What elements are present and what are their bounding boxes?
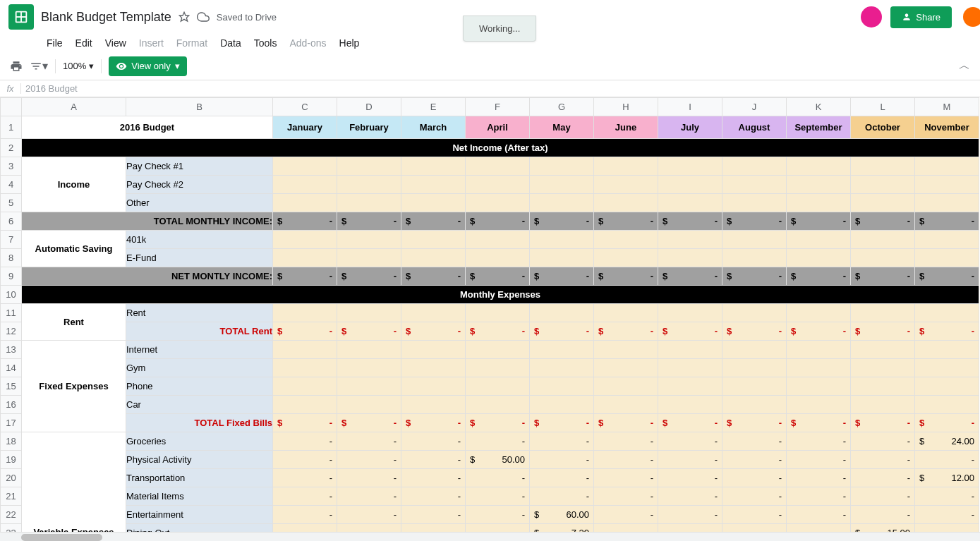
total-cell[interactable]: $- [851, 212, 915, 231]
menu-file[interactable]: File [41, 36, 68, 50]
row-header[interactable]: 9 [1, 267, 22, 286]
cell[interactable]: - [401, 524, 466, 533]
total-cell[interactable]: $- [658, 267, 722, 286]
menu-format[interactable]: Format [171, 36, 213, 50]
cell[interactable]: - [530, 432, 594, 451]
cell[interactable] [401, 341, 466, 359]
cell[interactable] [401, 176, 466, 194]
row-header[interactable]: 11 [1, 304, 22, 322]
total-cell[interactable]: $- [466, 414, 530, 432]
total-cell[interactable]: $- [337, 212, 401, 231]
month-feb[interactable]: February [337, 116, 401, 139]
cell[interactable]: - [273, 451, 337, 469]
filter-icon[interactable]: ▾ [30, 59, 48, 73]
collaborator-avatar[interactable] [861, 6, 882, 28]
cell[interactable] [787, 396, 851, 414]
cell[interactable] [337, 304, 401, 322]
cell[interactable] [273, 304, 337, 322]
collapse-toolbar-icon[interactable]: ︿ [959, 59, 970, 73]
net-monthly-income-label[interactable]: NET MONTLY INCOME: [22, 267, 273, 286]
column-header[interactable]: E [401, 98, 466, 116]
cell[interactable] [658, 396, 722, 414]
cell[interactable]: - [915, 524, 979, 533]
cell[interactable] [273, 176, 337, 194]
cell[interactable] [915, 176, 979, 194]
total-cell[interactable]: $- [722, 212, 787, 231]
total-cell[interactable]: $- [658, 212, 722, 231]
column-header[interactable]: K [787, 98, 851, 116]
cell[interactable]: - [851, 487, 915, 506]
cell[interactable]: - [722, 451, 787, 469]
item-material[interactable]: Material Items [126, 487, 273, 506]
cell[interactable] [594, 176, 658, 194]
cell[interactable]: - [722, 469, 787, 487]
cell[interactable]: - [722, 432, 787, 451]
cell[interactable] [658, 359, 722, 377]
cell[interactable] [658, 249, 722, 267]
cell[interactable]: - [658, 469, 722, 487]
cell[interactable] [915, 359, 979, 377]
cell[interactable]: $50.00 [466, 451, 530, 469]
cell[interactable] [594, 157, 658, 176]
cell[interactable]: - [337, 524, 401, 533]
menu-insert[interactable]: Insert [133, 36, 169, 50]
month-may[interactable]: May [530, 116, 594, 139]
month-jun[interactable]: June [594, 116, 658, 139]
row-header[interactable]: 13 [1, 341, 22, 359]
cell[interactable]: - [722, 524, 787, 533]
cell[interactable] [401, 377, 466, 396]
cell[interactable] [594, 194, 658, 212]
total-cell[interactable]: $- [787, 322, 851, 341]
month-jan[interactable]: January [273, 116, 337, 139]
cell[interactable]: - [401, 487, 466, 506]
cell[interactable]: - [273, 524, 337, 533]
cell[interactable]: - [594, 432, 658, 451]
cell[interactable]: - [401, 451, 466, 469]
cell[interactable] [594, 377, 658, 396]
menu-help[interactable]: Help [334, 36, 365, 50]
cell[interactable]: - [273, 487, 337, 506]
cell[interactable] [401, 249, 466, 267]
cell[interactable] [594, 396, 658, 414]
total-cell[interactable]: $- [722, 322, 787, 341]
cell[interactable] [594, 359, 658, 377]
cell[interactable] [851, 304, 915, 322]
cell[interactable]: - [787, 487, 851, 506]
cell[interactable]: - [466, 469, 530, 487]
cell[interactable] [722, 249, 787, 267]
cell[interactable] [787, 304, 851, 322]
total-cell[interactable]: $- [401, 414, 466, 432]
cloud-saved-icon[interactable] [197, 11, 210, 23]
cell[interactable] [658, 194, 722, 212]
sheets-app-icon[interactable] [8, 4, 34, 30]
cell[interactable] [787, 157, 851, 176]
total-cell[interactable]: $- [337, 322, 401, 341]
formula-input[interactable]: 2016 Budget [21, 83, 980, 94]
total-cell[interactable]: $- [530, 322, 594, 341]
item-gym[interactable]: Gym [126, 359, 273, 377]
cell[interactable]: - [273, 432, 337, 451]
cell[interactable]: - [594, 524, 658, 533]
item-transport[interactable]: Transportation [126, 469, 273, 487]
cell[interactable] [337, 249, 401, 267]
cell[interactable]: - [337, 469, 401, 487]
cell[interactable] [273, 341, 337, 359]
cell[interactable]: - [466, 432, 530, 451]
total-cell[interactable]: $- [273, 267, 337, 286]
cell[interactable]: - [594, 487, 658, 506]
total-cell[interactable]: $- [466, 267, 530, 286]
total-cell[interactable]: $- [787, 414, 851, 432]
total-cell[interactable]: $- [401, 322, 466, 341]
month-aug[interactable]: August [722, 116, 787, 139]
cell[interactable] [722, 377, 787, 396]
month-oct[interactable]: October [851, 116, 915, 139]
column-header[interactable]: M [915, 98, 979, 116]
cell[interactable] [851, 194, 915, 212]
scrollbar-thumb[interactable] [21, 534, 102, 541]
cell[interactable] [337, 231, 401, 249]
item-dining[interactable]: Dining Out [126, 524, 273, 533]
row-header[interactable]: 16 [1, 396, 22, 414]
cell[interactable] [337, 194, 401, 212]
cell[interactable] [658, 377, 722, 396]
row-header[interactable]: 4 [1, 176, 22, 194]
